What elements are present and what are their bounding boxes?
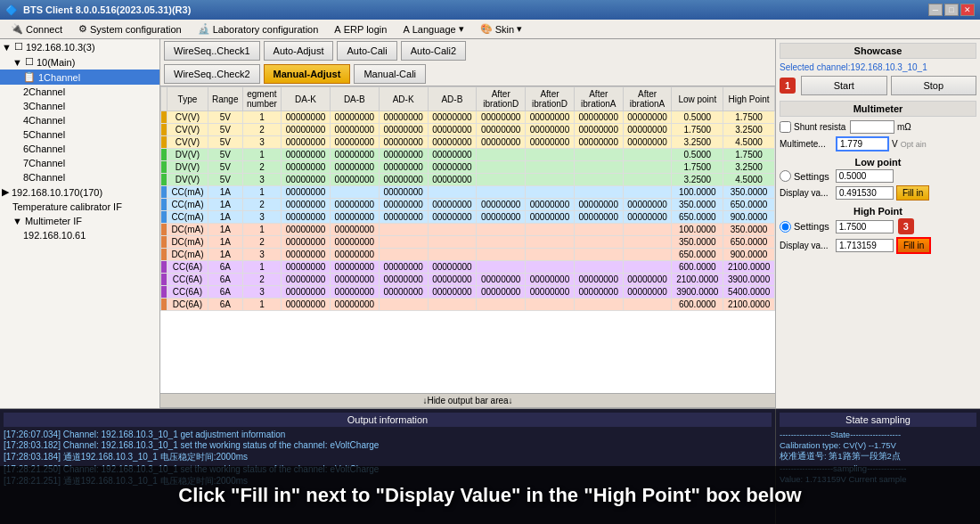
opt-ain-label: Opt ain [901, 140, 927, 149]
title-bar-controls[interactable]: ─ □ ✕ [928, 4, 975, 16]
caption-overlay: Click "Fill in" next to "Display Value" … [0, 466, 980, 524]
th-low: Low point [672, 87, 723, 111]
table-row[interactable]: DC(mA)1A20000000000000000350.0000650.000… [161, 236, 775, 249]
erp-icon: A [334, 24, 340, 35]
auto-cali2-button[interactable]: Auto-Cali2 [401, 41, 466, 61]
menu-system-config[interactable]: ⚙ System configuration [71, 21, 189, 37]
title-bar-left: 🔷 BTS Client 8.0.0.516(2023.05.31)(R3) [5, 4, 191, 16]
high-settings-label: Settings [794, 221, 829, 232]
table-row[interactable]: CC(mA)1A20000000000000000000000000000000… [161, 199, 775, 211]
multimeter-unit: V [892, 139, 898, 149]
toolbar-row1: WireSeq..Check1 Auto-Adjust Auto-Cali Au… [160, 39, 775, 62]
sidebar-item-4channel[interactable]: 4Channel [0, 113, 159, 127]
table-row[interactable]: CC(6A)6A20000000000000000000000000000000… [161, 274, 775, 286]
showcase-title: Showcase [780, 43, 976, 59]
th-ai1: AfteribrationD [477, 87, 526, 111]
checkbox-icon2[interactable]: ☐ [25, 56, 34, 68]
multimeter-input[interactable] [836, 136, 889, 151]
lab-icon: 🔬 [198, 23, 210, 35]
low-display-input[interactable] [836, 186, 894, 200]
sidebar-item-7channel[interactable]: 7Channel [0, 156, 159, 170]
high-display-input[interactable] [836, 239, 894, 252]
badge-1: 1 [780, 78, 796, 94]
th-adk: AD-K [379, 87, 428, 111]
table-row[interactable]: DC(6A)6A10000000000000000600.00002100.00… [161, 299, 775, 311]
sidebar-item-8channel[interactable]: 8Channel [0, 170, 159, 184]
table-row[interactable]: CV(V)5V200000000000000000000000000000000… [161, 124, 775, 136]
auto-cali-button[interactable]: Auto-Cali [337, 41, 396, 61]
maximize-button[interactable]: □ [944, 4, 959, 16]
table-row[interactable]: CC(6A)6A10000000000000000000000000000000… [161, 261, 775, 274]
high-point-title: High Point [780, 206, 976, 217]
expand-icon2: ▼ [12, 57, 22, 68]
menu-skin[interactable]: 🎨 Skin ▾ [473, 21, 529, 37]
minimize-button[interactable]: ─ [928, 4, 943, 16]
high-fill-in-button[interactable]: Fill in [896, 237, 931, 254]
calibration-table: Type Range egmentnumber DA-K DA-B AD-K A… [160, 86, 775, 311]
state-line: 校准通道号: 第1路第一段第2点 [780, 451, 976, 463]
sidebar-item-temp[interactable]: Temperature calibrator IF [0, 200, 159, 214]
th-dak: DA-K [282, 87, 331, 111]
app-title: BTS Client 8.0.0.516(2023.05.31)(R3) [23, 4, 191, 15]
skin-icon: 🎨 [480, 23, 493, 35]
table-row[interactable]: CC(mA)1A30000000000000000000000000000000… [161, 211, 775, 224]
sidebar-item-1channel[interactable]: 📋 1Channel [0, 70, 159, 85]
high-settings-radio[interactable] [780, 221, 791, 233]
close-button[interactable]: ✕ [960, 4, 975, 16]
start-button[interactable]: Start [801, 76, 887, 95]
chevron-icon: ▾ [459, 23, 464, 35]
table-row[interactable]: DV(V)5V200000000000000000000000000000000… [161, 161, 775, 174]
th-adb: AD-B [428, 87, 477, 111]
table-header-row: Type Range egmentnumber DA-K DA-B AD-K A… [161, 87, 775, 111]
th-ai2: AfteribrationD [526, 87, 575, 111]
table-row[interactable]: CV(V)5V300000000000000000000000000000000… [161, 136, 775, 149]
high-settings-row: Settings 3 [780, 218, 976, 234]
table-container[interactable]: Type Range egmentnumber DA-K DA-B AD-K A… [160, 86, 775, 393]
connect-icon: 🔌 [11, 23, 23, 35]
low-fill-in-button[interactable]: Fill in [896, 185, 929, 201]
sidebar-item-main[interactable]: ▼ ☐ 10(Main) [0, 54, 159, 70]
wireseq-check2-button[interactable]: WireSeq..Check2 [164, 64, 260, 84]
manual-adjust-button[interactable]: Manual-Adjust [264, 64, 351, 84]
shunt-checkbox[interactable] [780, 121, 791, 133]
sidebar-item-2channel[interactable]: 2Channel [0, 85, 159, 99]
table-row[interactable]: CV(V)5V100000000000000000000000000000000… [161, 111, 775, 124]
low-settings-input[interactable] [836, 169, 894, 183]
sidebar-item-3channel[interactable]: 3Channel [0, 99, 159, 113]
channel-icon: 📋 [23, 71, 36, 83]
menu-lab-config[interactable]: 🔬 Laboratory configuration [191, 21, 326, 37]
menu-language[interactable]: A Language ▾ [396, 21, 470, 37]
menu-connect[interactable]: 🔌 Connect [4, 21, 69, 37]
th-high: High Point [723, 87, 775, 111]
low-settings-row: Settings [780, 169, 976, 183]
state-line: Calibration type: CV(V) --1.75V [780, 440, 976, 450]
hide-output-bar[interactable]: ↓Hide output bar area↓ [160, 393, 775, 408]
table-row[interactable]: CC(mA)1A10000000000000000100.0000350.000… [161, 186, 775, 199]
stop-button[interactable]: Stop [891, 76, 977, 95]
table-row[interactable]: CC(6A)6A30000000000000000000000000000000… [161, 286, 775, 299]
sidebar-item-5channel[interactable]: 5Channel [0, 127, 159, 142]
multimeter-row: Multimete... V Opt ain [780, 136, 976, 151]
high-settings-input[interactable] [836, 220, 894, 233]
shunt-input[interactable] [850, 120, 894, 134]
menu-erp[interactable]: A ERP login [327, 22, 394, 37]
checkbox-icon[interactable]: ☐ [14, 41, 23, 53]
manual-cali-button[interactable]: Manual-Cali [354, 64, 426, 84]
output-info-title: Output information [4, 413, 772, 427]
th-ai3: AfteribrationA [574, 87, 623, 111]
state-sampling-title: State sampling [780, 413, 976, 427]
wireseq-check1-button[interactable]: WireSeq..Check1 [164, 41, 260, 61]
sidebar-item-server2[interactable]: ▶ 192.168.10.170(170) [0, 184, 159, 200]
sidebar-item-192168[interactable]: 192.168.10.61 [0, 228, 159, 242]
th-segment: egmentnumber [242, 87, 282, 111]
sidebar-item-multimeter[interactable]: ▼ Multimeter IF [0, 214, 159, 228]
sidebar-item-server1[interactable]: ▼ ☐ 192.168.10.3(3) [0, 39, 159, 54]
auto-adjust-button[interactable]: Auto-Adjust [264, 41, 334, 61]
table-row[interactable]: DC(mA)1A10000000000000000100.0000350.000… [161, 224, 775, 236]
low-settings-radio[interactable] [780, 170, 791, 182]
sidebar-item-6channel[interactable]: 6Channel [0, 142, 159, 156]
low-point-section: Low point Settings Display va... Fill in [780, 157, 976, 201]
table-row[interactable]: DV(V)5V300000000000000000000000000000000… [161, 174, 775, 186]
table-row[interactable]: DC(mA)1A30000000000000000650.0000900.000… [161, 249, 775, 261]
table-row[interactable]: DV(V)5V100000000000000000000000000000000… [161, 149, 775, 161]
